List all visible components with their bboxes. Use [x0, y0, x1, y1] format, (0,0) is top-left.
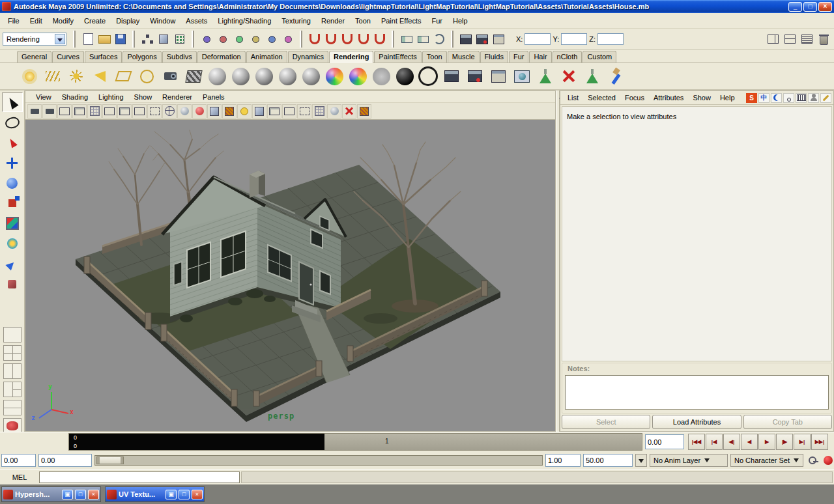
layout-four-pane-button[interactable] — [3, 345, 22, 361]
film-gate-icon[interactable] — [102, 104, 117, 119]
shelf-tab-muscle[interactable]: Muscle — [448, 51, 480, 63]
statusline-grip[interactable] — [298, 31, 304, 48]
mask-faces-icon[interactable] — [248, 31, 263, 47]
resolution-gate-icon[interactable] — [117, 104, 132, 119]
camera-icon[interactable] — [159, 65, 181, 87]
current-frame-block[interactable]: 0 0 — [69, 434, 324, 450]
directional-light-icon[interactable] — [42, 65, 64, 87]
save-scene-icon[interactable] — [113, 31, 128, 47]
menu-lighting-shading[interactable]: Lighting/Shading — [212, 14, 276, 27]
ae-menu-help[interactable]: Help — [715, 92, 740, 103]
auto-keyframe-toggle[interactable] — [822, 454, 834, 467]
menu-set-selector[interactable]: Rendering — [3, 33, 66, 46]
panel-menu-show[interactable]: Show — [129, 92, 158, 102]
animation-start-field[interactable] — [1, 454, 36, 467]
panel-menu-view[interactable]: View — [31, 92, 57, 102]
snap-to-live-surface-icon[interactable] — [372, 31, 388, 47]
select-camera-icon[interactable] — [27, 104, 42, 119]
title-bar[interactable]: Autodesk Maya 2009 Unlimited: C:\Documen… — [0, 0, 834, 13]
step-forward-key-button[interactable]: ▶| — [794, 434, 811, 450]
ipr-render-icon[interactable] — [474, 31, 490, 47]
3d-paint-tool-icon[interactable] — [605, 65, 627, 87]
panel-menu-lighting[interactable]: Lighting — [93, 92, 129, 102]
menu-file[interactable]: File — [3, 14, 25, 27]
menu-paint-effects[interactable]: Paint Effects — [376, 14, 427, 27]
statusline-grip[interactable] — [72, 31, 78, 48]
menu-window[interactable]: Window — [145, 14, 180, 27]
go-to-start-button[interactable]: |◀◀ — [688, 434, 705, 450]
mask-hulls-icon[interactable] — [264, 31, 280, 47]
camera-attributes-icon[interactable] — [42, 104, 57, 119]
rotate-tool[interactable] — [2, 173, 23, 193]
delete-unused-nodes-icon[interactable] — [558, 65, 580, 87]
play-forwards-button[interactable]: ▶ — [758, 434, 775, 450]
set-key-icon[interactable] — [806, 454, 819, 467]
shelf-tab-fluids[interactable]: Fluids — [480, 51, 508, 63]
shelf-tab-subdivs[interactable]: Subdivs — [162, 51, 197, 63]
anisotropic-material-icon[interactable] — [206, 65, 228, 87]
trash-icon[interactable] — [816, 31, 831, 47]
shelf-tab-fur[interactable]: Fur — [509, 51, 529, 63]
ramp-shader-icon[interactable] — [347, 65, 369, 87]
render-frame-icon[interactable] — [440, 65, 463, 87]
shelf-tab-dynamics[interactable]: Dynamics — [288, 51, 328, 63]
ime-logo-icon[interactable]: S — [746, 93, 757, 103]
playback-end-field[interactable] — [545, 454, 581, 467]
uv-editor-maximize-button[interactable]: □ — [179, 490, 190, 499]
ime-fullwidth-icon[interactable] — [771, 93, 782, 103]
uv-texture-editor-window-chip[interactable]: UV Textu... ▣ □ × — [105, 486, 205, 502]
uv-editor-close-button[interactable]: × — [192, 490, 203, 499]
statusline-grip[interactable] — [390, 31, 396, 48]
ime-softkeyboard-icon[interactable] — [796, 93, 807, 103]
snap-to-point-icon[interactable] — [339, 31, 355, 47]
area-light-icon[interactable] — [112, 65, 134, 87]
create-render-node-icon[interactable] — [534, 65, 556, 87]
select-by-component-icon[interactable] — [172, 31, 188, 47]
ambient-light-icon[interactable] — [18, 65, 40, 87]
toggle-tool-settings-icon[interactable] — [782, 31, 798, 47]
panel-menu-renderer[interactable]: Renderer — [157, 92, 197, 102]
construction-history-icon[interactable] — [431, 31, 447, 47]
lasso-select-tool[interactable] — [2, 113, 23, 132]
menu-help[interactable]: Help — [448, 14, 473, 27]
play-backwards-button[interactable]: ◀ — [741, 434, 758, 450]
layout-single-pane-button[interactable] — [3, 327, 22, 343]
new-scene-icon[interactable] — [80, 31, 96, 47]
isolate-select-icon[interactable] — [297, 104, 311, 119]
mask-points-icon[interactable] — [215, 31, 231, 47]
menu-toon[interactable]: Toon — [350, 14, 376, 27]
ime-language-icon[interactable]: 中 — [758, 93, 769, 103]
shelf-tab-custom[interactable]: Custom — [582, 51, 616, 63]
menu-render[interactable]: Render — [316, 14, 350, 27]
shelf-tab-polygons[interactable]: Polygons — [122, 51, 161, 63]
ipr-render-frame-icon[interactable] — [464, 65, 486, 87]
anim-layer-dropdown[interactable]: No Anim Layer — [650, 454, 728, 467]
ae-menu-selected[interactable]: Selected — [583, 92, 620, 103]
high-quality-render-icon[interactable] — [327, 104, 341, 119]
shelf-tab-curves[interactable]: Curves — [52, 51, 84, 63]
close-button[interactable]: × — [818, 2, 832, 12]
image-plane-icon[interactable] — [72, 104, 87, 119]
open-scene-icon[interactable] — [96, 31, 112, 47]
mask-lines-icon[interactable] — [231, 31, 247, 47]
universal-manipulator-tool[interactable] — [2, 214, 23, 233]
panel-menu-shading[interactable]: Shading — [57, 92, 93, 102]
time-slider[interactable]: 0 0 1 — [68, 433, 642, 451]
scale-tool[interactable] — [2, 193, 23, 213]
load-attributes-button[interactable]: Load Attributes — [652, 415, 741, 429]
toggle-attribute-editor-icon[interactable] — [765, 31, 781, 47]
copy-tab-button[interactable]: Copy Tab — [743, 415, 832, 429]
paint-selection-tool[interactable] — [2, 133, 23, 152]
ae-menu-focus[interactable]: Focus — [620, 92, 649, 103]
wireframe-icon[interactable] — [162, 104, 177, 119]
lambert-material-icon[interactable] — [253, 65, 275, 87]
statusline-grip[interactable] — [190, 31, 196, 48]
render-settings-icon[interactable] — [491, 31, 506, 47]
point-light-icon[interactable] — [65, 65, 87, 87]
shelf-tab-rendering[interactable]: Rendering — [329, 51, 373, 63]
hypershade-window-chip[interactable]: Hypersh... ▣ □ × — [1, 486, 101, 502]
mask-rendering-icon[interactable] — [280, 31, 296, 47]
playback-start-field[interactable] — [38, 454, 92, 467]
blinn-material-icon[interactable] — [229, 65, 252, 87]
animation-end-field[interactable] — [583, 454, 633, 467]
